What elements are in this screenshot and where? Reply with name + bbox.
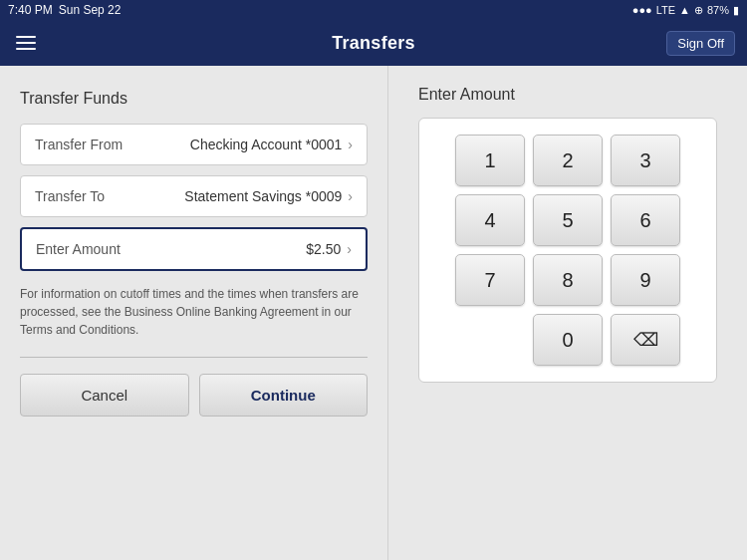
transfer-to-label: Transfer To [35,188,105,204]
battery-level: 87% [707,4,729,16]
disclaimer-text: For information on cutoff times and the … [20,285,368,339]
num-btn-8[interactable]: 8 [533,254,603,306]
status-right: ●●● LTE ▲ ⊕ 87% ▮ [632,4,739,17]
chevron-right-icon: › [348,188,353,204]
cancel-button[interactable]: Cancel [20,374,189,417]
num-btn-1[interactable]: 1 [455,135,525,186]
hamburger-line [16,48,36,50]
transfer-funds-title: Transfer Funds [20,90,368,108]
chevron-right-icon: › [348,137,353,152]
enter-amount-title: Enter Amount [418,86,717,104]
num-btn-0[interactable]: 0 [533,314,603,366]
enter-amount-field[interactable]: Enter Amount $2.50 › [20,227,368,271]
num-btn-5[interactable]: 5 [533,194,603,246]
amount-value: $2.50 [306,241,341,257]
numpad-grid: 1234567890⌫ [439,135,696,366]
num-btn-3[interactable]: 3 [611,135,680,186]
location-icon: ⊕ [694,4,703,17]
battery-icon: ▮ [733,4,739,17]
chevron-right-icon: › [347,241,352,257]
num-btn-2[interactable]: 2 [533,135,603,186]
num-btn-7[interactable]: 7 [455,254,525,306]
transfer-to-field[interactable]: Transfer To Statement Savings *0009 › [20,175,368,217]
transfer-to-account: Statement Savings *0009 [184,188,342,204]
transfer-from-field[interactable]: Transfer From Checking Account *0001 › [20,124,368,165]
hamburger-line [16,42,36,44]
app-header: Transfers Sign Off [0,20,747,66]
wifi-icon: ▲ [679,4,690,16]
delete-button[interactable]: ⌫ [611,314,680,366]
menu-button[interactable] [16,36,36,50]
status-bar: 7:40 PM Sun Sep 22 ●●● LTE ▲ ⊕ 87% ▮ [0,0,747,20]
status-date: Sun Sep 22 [59,3,122,17]
transfer-from-value-container: Checking Account *0001 › [190,137,353,152]
right-panel: Enter Amount 1234567890⌫ [388,66,747,560]
numpad-container: 1234567890⌫ [418,118,717,383]
action-buttons: Cancel Continue [20,374,368,417]
left-panel: Transfer Funds Transfer From Checking Ac… [0,66,388,560]
empty-key [455,314,525,366]
num-btn-9[interactable]: 9 [611,254,680,306]
num-btn-4[interactable]: 4 [455,194,525,246]
sign-off-button[interactable]: Sign Off [666,31,735,56]
page-title: Transfers [332,33,415,54]
hamburger-line [16,36,36,38]
main-content: Transfer Funds Transfer From Checking Ac… [0,66,747,560]
transfer-from-label: Transfer From [35,137,123,152]
num-btn-6[interactable]: 6 [611,194,680,246]
transfer-to-value-container: Statement Savings *0009 › [184,188,353,204]
signal-icon: ●●● [632,4,652,16]
status-left: 7:40 PM Sun Sep 22 [8,3,121,17]
divider [20,357,368,358]
amount-value-container: $2.50 › [306,241,352,257]
amount-label: Enter Amount [36,241,121,257]
status-time: 7:40 PM [8,3,53,17]
transfer-from-account: Checking Account *0001 [190,137,343,152]
network-type: LTE [656,4,675,16]
continue-button[interactable]: Continue [199,374,369,417]
